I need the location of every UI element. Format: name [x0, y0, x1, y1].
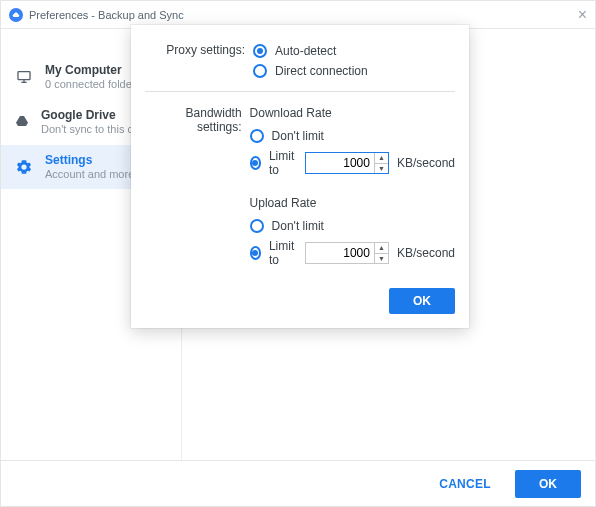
step-down-icon[interactable]: ▼	[375, 254, 388, 264]
drive-icon	[13, 113, 31, 131]
gear-icon	[13, 158, 35, 176]
upload-limit-input[interactable]	[306, 243, 374, 263]
footer: CANCEL OK	[1, 460, 595, 506]
proxy-settings-label: Proxy settings:	[145, 41, 253, 81]
ok-button[interactable]: OK	[515, 470, 581, 498]
radio-icon	[250, 129, 264, 143]
step-up-icon[interactable]: ▲	[375, 153, 388, 164]
sidebar-item-sub: Account and more	[45, 168, 134, 182]
step-down-icon[interactable]: ▼	[375, 164, 388, 174]
network-settings-dialog: Proxy settings: Auto-detect Direct conne…	[131, 25, 469, 328]
radio-label: Don't limit	[272, 219, 324, 233]
download-dont-limit-radio[interactable]: Don't limit	[250, 126, 455, 146]
download-limit-input[interactable]	[306, 153, 374, 173]
app-icon	[9, 8, 23, 22]
window-title: Preferences - Backup and Sync	[29, 9, 184, 21]
radio-label: Direct connection	[275, 64, 368, 78]
radio-icon	[250, 156, 261, 170]
radio-label: Don't limit	[272, 129, 324, 143]
step-up-icon[interactable]: ▲	[375, 243, 388, 254]
radio-label: Auto-detect	[275, 44, 336, 58]
radio-label: Limit to	[269, 239, 297, 267]
stepper: ▲ ▼	[374, 243, 388, 263]
stepper: ▲ ▼	[374, 153, 388, 173]
sidebar-item-label: My Computer	[45, 63, 141, 78]
dialog-ok-button[interactable]: OK	[389, 288, 455, 314]
unit-label: KB/second	[397, 246, 455, 260]
bandwidth-settings-label: Bandwidth settings:	[145, 104, 250, 270]
upload-limit-to-radio[interactable]: Limit to ▲ ▼ KB/second	[250, 236, 455, 270]
radio-icon	[250, 219, 264, 233]
radio-icon	[253, 44, 267, 58]
proxy-auto-detect-radio[interactable]: Auto-detect	[253, 41, 455, 61]
download-limit-input-wrap: ▲ ▼	[305, 152, 389, 174]
cancel-button[interactable]: CANCEL	[429, 471, 501, 497]
unit-label: KB/second	[397, 156, 455, 170]
close-icon[interactable]: ×	[578, 7, 587, 23]
radio-icon	[250, 246, 261, 260]
radio-icon	[253, 64, 267, 78]
download-limit-to-radio[interactable]: Limit to ▲ ▼ KB/second	[250, 146, 455, 180]
radio-label: Limit to	[269, 149, 297, 177]
proxy-direct-connection-radio[interactable]: Direct connection	[253, 61, 455, 81]
download-rate-header: Download Rate	[250, 106, 455, 120]
monitor-icon	[13, 68, 35, 86]
svg-rect-0	[18, 72, 30, 80]
upload-limit-input-wrap: ▲ ▼	[305, 242, 389, 264]
sidebar-item-sub: 0 connected folders	[45, 78, 141, 92]
upload-dont-limit-radio[interactable]: Don't limit	[250, 216, 455, 236]
upload-rate-header: Upload Rate	[250, 196, 455, 210]
sidebar-item-label: Settings	[45, 153, 134, 168]
